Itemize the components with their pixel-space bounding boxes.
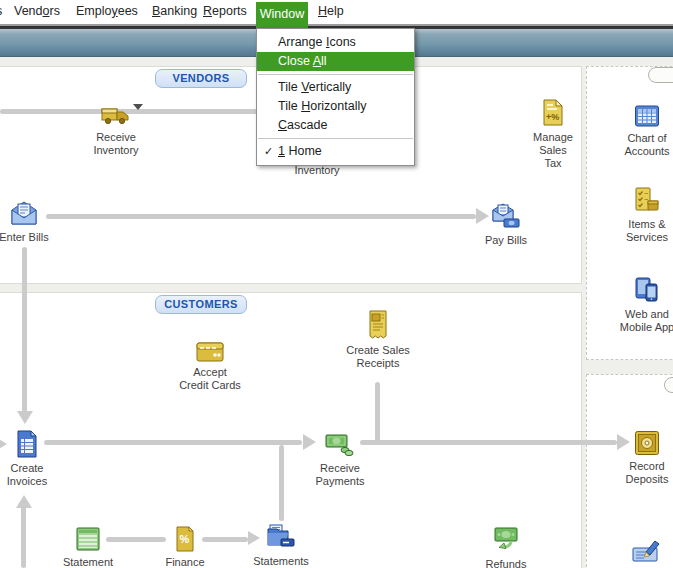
- refunds-icon: [491, 526, 521, 554]
- menu-bar: s Vendors Employees Banking Reports Help: [0, 0, 673, 24]
- vendors-section-pill: VENDORS: [155, 69, 247, 88]
- customers-section-pill: CUSTOMERS: [155, 295, 247, 314]
- receive-inventory-icon: [101, 101, 131, 127]
- menu-item-help[interactable]: Help: [318, 4, 344, 18]
- menu-separator: [258, 138, 413, 139]
- record-deposits-button[interactable]: RecordDeposits: [602, 430, 673, 486]
- enter-bills-icon: [10, 199, 38, 227]
- finance-charges-button[interactable]: % Finance: [140, 526, 230, 568]
- accept-credit-cards-button[interactable]: AcceptCredit Cards: [165, 342, 255, 392]
- menu-item-window-active[interactable]: Window: [256, 2, 308, 29]
- menu-option-tile-horizontally[interactable]: Tile Horizontally: [257, 97, 414, 116]
- menu-option-arrange-icons[interactable]: Arrange Icons: [257, 33, 414, 52]
- create-invoices-icon: [16, 430, 38, 458]
- web-and-mobile-apps-button[interactable]: Web andMobile App: [602, 276, 673, 334]
- menu-item-employees[interactable]: Employees: [76, 4, 138, 18]
- statements-icon: [266, 523, 296, 551]
- chart-of-accounts-button[interactable]: Chart ofAccounts: [602, 104, 673, 158]
- svg-text:+%: +%: [546, 112, 559, 122]
- connector-enterbills-down: [22, 247, 27, 412]
- refunds-button[interactable]: Refunds: [461, 526, 551, 568]
- menu-separator: [258, 74, 413, 75]
- menu-option-1-home[interactable]: ✓1 Home: [257, 142, 414, 161]
- connector-invoices-payments: [44, 440, 302, 445]
- company-section-pill-clipped: [648, 67, 673, 83]
- menu-option-cascade[interactable]: Cascade: [257, 116, 414, 135]
- create-sales-receipts-icon: [368, 310, 388, 340]
- manage-sales-tax-icon: +%: [542, 99, 564, 127]
- quickbooks-home-window: s Vendors Employees Banking Reports Help…: [0, 0, 673, 568]
- enter-bills-button[interactable]: Enter Bills: [0, 199, 69, 244]
- chart-of-accounts-icon: [634, 104, 660, 128]
- receive-payments-icon: [325, 432, 355, 458]
- arrowhead-to-create-invoices: [17, 411, 33, 424]
- connector-enterbills-paybills: [46, 214, 476, 219]
- svg-text:%: %: [180, 533, 190, 545]
- items-and-services-button[interactable]: Items &Services: [602, 186, 673, 244]
- receive-payments-button[interactable]: ReceivePayments: [295, 432, 385, 488]
- connector-bottom-up: [21, 506, 26, 568]
- receive-inventory-button[interactable]: ReceiveInventory: [71, 101, 161, 157]
- accept-credit-cards-icon: [196, 342, 224, 362]
- write-checks-icon: [632, 536, 662, 564]
- pay-bills-button[interactable]: Pay Bills: [461, 202, 551, 247]
- statements-button[interactable]: Statements: [236, 523, 326, 568]
- finance-charges-icon: %: [175, 526, 195, 552]
- write-checks-button[interactable]: [602, 536, 673, 564]
- receive-inventory-dropdown-caret[interactable]: [133, 104, 143, 110]
- statement-charges-icon: [75, 526, 101, 552]
- menu-item-vendors[interactable]: Vendors: [14, 4, 60, 18]
- banking-section-pill-clipped: [664, 377, 673, 393]
- create-invoices-button[interactable]: CreateInvoices: [0, 430, 72, 488]
- connector-branch-statements: [279, 445, 284, 521]
- pay-bills-icon: [491, 202, 521, 230]
- checkmark-icon: ✓: [264, 142, 273, 161]
- menu-item-reports[interactable]: Reports: [203, 4, 247, 18]
- items-and-services-icon: [634, 186, 660, 214]
- connector-payments-deposits: [360, 440, 617, 445]
- menu-option-tile-vertically[interactable]: Tile Vertically: [257, 78, 414, 97]
- statement-charges-button[interactable]: Statement: [43, 526, 133, 568]
- menu-item-fragment[interactable]: s: [0, 4, 2, 18]
- create-sales-receipts-button[interactable]: Create SalesReceipts: [333, 310, 423, 370]
- record-deposits-icon: [634, 430, 660, 456]
- web-and-mobile-apps-icon: [634, 276, 660, 304]
- manage-sales-tax-button[interactable]: +% ManageSalesTax: [508, 99, 598, 170]
- window-dropdown-menu: Arrange Icons Close All Tile Vertically …: [256, 28, 415, 166]
- menu-option-close-all[interactable]: Close All: [257, 52, 414, 71]
- menu-item-banking[interactable]: Banking: [152, 4, 197, 18]
